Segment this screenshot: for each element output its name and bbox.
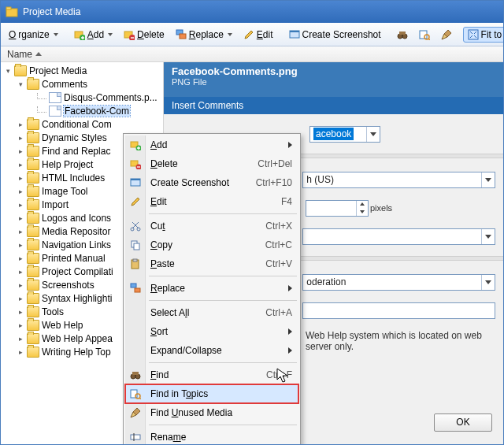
fit-to-window-button[interactable]: Fit to Window: [463, 27, 504, 43]
expand-icon[interactable]: [17, 187, 24, 195]
folder-icon: [27, 253, 39, 264]
add-button[interactable]: AddAdd: [69, 27, 117, 43]
expand-icon[interactable]: [17, 335, 24, 343]
width-spinner[interactable]: [306, 200, 369, 217]
organize-button[interactable]: OOrganize rganize: [4, 27, 63, 43]
expand-icon[interactable]: [17, 161, 24, 169]
tree-item-disqus[interactable]: Disqus-Comments.p...: [1, 91, 163, 104]
provider-combo[interactable]: acebook: [309, 126, 380, 143]
tree-root[interactable]: Project Media: [1, 64, 163, 77]
expand-icon[interactable]: [17, 80, 24, 88]
spinner-buttons[interactable]: [356, 201, 368, 216]
svg-rect-29: [135, 288, 140, 292]
expand-icon[interactable]: [17, 201, 24, 209]
tree-label: Screenshots: [42, 280, 94, 291]
expand-icon[interactable]: [17, 174, 24, 182]
tree-line: [37, 93, 46, 99]
menu-find[interactable]: FindFind Ctrl+F: [125, 365, 298, 384]
create-screenshot-button[interactable]: Create Screenshot: [284, 27, 386, 43]
language-combo[interactable]: h (US): [302, 172, 495, 188]
folder-icon: [27, 347, 39, 358]
menu-paste[interactable]: PastePaste Ctrl+V: [125, 254, 298, 273]
expand-icon[interactable]: [17, 241, 24, 249]
broom-icon: [129, 406, 142, 419]
expand-icon[interactable]: [4, 67, 12, 75]
expand-icon[interactable]: [17, 134, 24, 142]
expand-icon[interactable]: [17, 121, 24, 128]
edit-button[interactable]: EditEdit: [239, 27, 278, 43]
create-screenshot-label: Create Screenshot: [302, 29, 381, 40]
tree-line: [37, 106, 46, 113]
app-id-input[interactable]: [302, 302, 495, 319]
menu-replace[interactable]: ReplaceReplace: [125, 279, 298, 298]
cut-icon: [129, 220, 142, 232]
menu-separator: [149, 425, 297, 425]
tree-folder[interactable]: Conditional Com: [1, 117, 163, 131]
menu-delete[interactable]: DeleteDelete Ctrl+Del: [125, 154, 298, 173]
shortcut: Ctrl+A: [265, 307, 292, 318]
folder-icon: [27, 226, 39, 237]
expand-icon[interactable]: [17, 348, 24, 356]
find-topics-button[interactable]: [414, 27, 435, 43]
menu-expand-collapse[interactable]: Expand/Collapse: [125, 341, 298, 360]
menu-copy[interactable]: CopyCopy Ctrl+C: [125, 235, 298, 254]
moderation-combo[interactable]: oderation: [302, 274, 495, 291]
menu-rename[interactable]: RenameRename: [125, 428, 298, 445]
expand-icon[interactable]: [17, 228, 24, 235]
submenu-arrow-icon: [288, 285, 292, 291]
svg-rect-27: [133, 259, 137, 261]
expand-icon[interactable]: [17, 254, 24, 262]
menu-find-in-topics[interactable]: Find in TopicsFind in Topics: [125, 384, 298, 403]
find-unused-button[interactable]: [436, 27, 457, 43]
folder-icon: [14, 65, 27, 76]
file-type: PNG File: [172, 77, 495, 87]
svg-rect-21: [131, 179, 140, 180]
tree-label: Printed Manual: [42, 253, 106, 264]
posts-combo[interactable]: [302, 228, 495, 245]
menu-cut[interactable]: CutCut Ctrl+X: [125, 217, 298, 235]
folder-icon: [27, 213, 39, 224]
fit-label: Fit to Window: [481, 29, 504, 40]
tree-label: Web Help Appea: [42, 333, 113, 344]
expand-icon[interactable]: [17, 214, 24, 222]
menu-select-all[interactable]: Select AllSelect All Ctrl+A: [125, 303, 298, 322]
window-title: Project Media: [23, 6, 80, 17]
shortcut: Ctrl+F10: [256, 177, 292, 188]
section-title: Insert Comments: [164, 97, 503, 114]
expand-icon[interactable]: [17, 321, 24, 329]
combo-value: oderation: [306, 276, 346, 287]
expand-icon[interactable]: [17, 281, 24, 289]
menu-add[interactable]: AddAdd: [125, 135, 298, 154]
expand-icon[interactable]: [17, 308, 24, 316]
menu-find-unused[interactable]: Find Unused MediaFind Unused Media: [125, 403, 298, 422]
replace-button[interactable]: ReplaceReplace: [171, 27, 237, 43]
edit-icon: [129, 195, 142, 208]
tree-folder-comments[interactable]: Comments: [1, 77, 163, 91]
menu-edit[interactable]: EditEdit F4: [125, 192, 298, 211]
svg-rect-15: [469, 30, 478, 39]
menu-sort[interactable]: SortSort: [125, 322, 298, 341]
column-header[interactable]: Name: [1, 46, 503, 62]
menu-create-screenshot[interactable]: Create Screenshot Ctrl+F10: [125, 173, 298, 192]
folder-icon: [27, 119, 39, 130]
organize-text: rganize: [18, 29, 49, 40]
chevron-down-icon: [228, 33, 232, 36]
chevron-down-icon[interactable]: [481, 229, 495, 244]
expand-icon[interactable]: [17, 295, 24, 302]
column-name-label: Name: [7, 49, 32, 60]
chevron-down-icon[interactable]: [366, 127, 380, 142]
expand-icon[interactable]: [17, 147, 24, 155]
expand-icon[interactable]: [17, 268, 24, 276]
find-button[interactable]: [392, 27, 413, 43]
tree-label: Logos and Icons: [42, 213, 111, 224]
chevron-down-icon[interactable]: [481, 172, 495, 187]
ok-button[interactable]: OK: [434, 413, 492, 432]
tree-item-facebook[interactable]: Facebook-Com: [1, 104, 163, 117]
fit-icon: [468, 29, 479, 40]
chevron-down-icon: [108, 33, 113, 36]
shortcut: Ctrl+C: [265, 239, 292, 250]
chevron-down-icon[interactable]: [481, 275, 495, 290]
delete-button[interactable]: DeleteDelete: [119, 27, 169, 43]
folder-icon: [27, 293, 39, 304]
svg-rect-35: [131, 435, 140, 439]
